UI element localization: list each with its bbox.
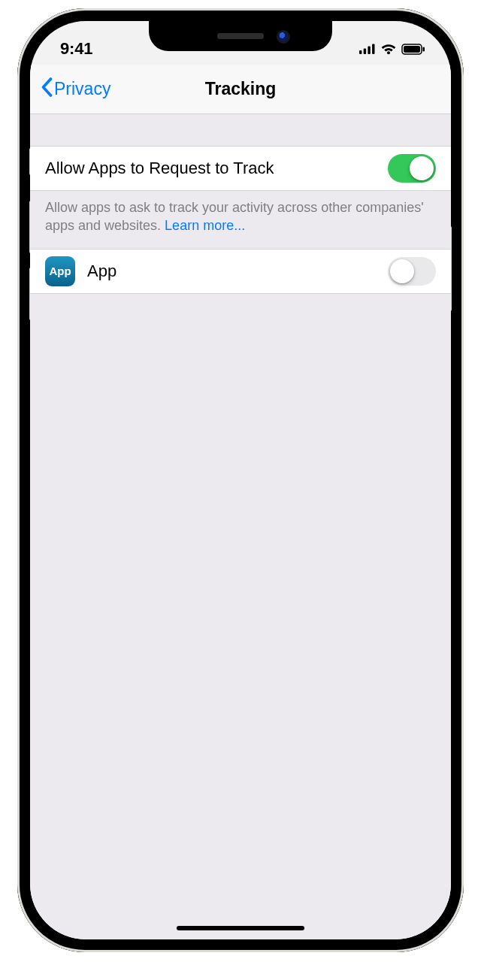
svg-point-4 [387, 51, 390, 54]
back-label: Privacy [54, 79, 110, 99]
speaker-grille [217, 33, 264, 39]
home-indicator[interactable] [177, 926, 304, 930]
svg-rect-1 [364, 49, 366, 55]
allow-apps-to-request-row: Allow Apps to Request to Track [30, 146, 451, 191]
svg-rect-2 [368, 47, 370, 54]
app-tracking-row: App App [30, 249, 451, 294]
status-time: 9:41 [60, 39, 92, 59]
svg-rect-6 [404, 46, 420, 53]
status-icons [359, 43, 425, 55]
content-area: Allow Apps to Request to Track Allow app… [30, 114, 451, 939]
allow-apps-switch[interactable] [388, 154, 436, 183]
front-camera [278, 32, 289, 42]
app-tracking-switch[interactable] [388, 257, 436, 286]
app-name-label: App [87, 262, 388, 281]
section-footer: Allow apps to ask to track your activity… [30, 191, 451, 249]
switch-knob [390, 259, 414, 283]
cellular-icon [359, 44, 376, 54]
notch [149, 21, 332, 51]
svg-rect-7 [423, 47, 425, 51]
screen: 9:41 [30, 21, 451, 939]
app-icon: App [45, 256, 75, 286]
page-title: Tracking [205, 79, 277, 99]
battery-icon [401, 44, 425, 55]
wifi-icon [380, 43, 397, 55]
chevron-left-icon [41, 77, 53, 101]
switch-knob [410, 156, 434, 180]
spacer [30, 114, 451, 146]
device-frame: 9:41 [17, 8, 464, 952]
allow-apps-label: Allow Apps to Request to Track [45, 159, 388, 178]
svg-rect-3 [372, 44, 374, 54]
svg-rect-0 [359, 50, 362, 54]
navigation-bar: Privacy Tracking [30, 65, 451, 114]
back-button[interactable]: Privacy [41, 77, 110, 101]
learn-more-link[interactable]: Learn more... [165, 218, 245, 233]
